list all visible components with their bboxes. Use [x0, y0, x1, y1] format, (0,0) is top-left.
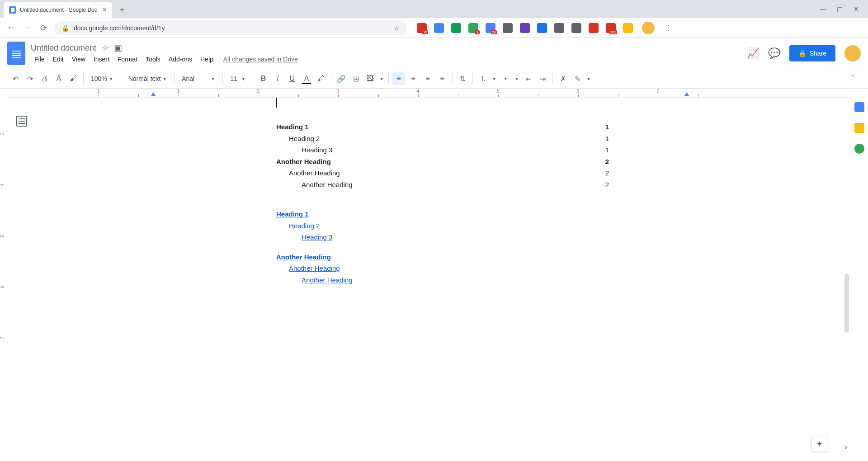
extension-icon[interactable]	[503, 23, 513, 33]
extension-icon[interactable]	[554, 23, 564, 33]
editing-mode-button[interactable]: ✎	[571, 72, 584, 85]
extension-icon[interactable]: 1	[468, 23, 478, 33]
collapse-toolbar-button[interactable]: ˆ	[846, 72, 859, 85]
maximize-icon[interactable]: ▢	[837, 5, 843, 13]
back-button[interactable]: ←	[5, 23, 16, 33]
horizontal-ruler[interactable]: 11234567	[8, 89, 851, 98]
toc-link-entry[interactable]: Heading 3	[276, 231, 609, 243]
menu-edit[interactable]: Edit	[49, 55, 67, 64]
undo-button[interactable]: ↶	[9, 72, 22, 85]
toc-link-text[interactable]: Another Heading	[302, 274, 353, 286]
menu-view[interactable]: View	[68, 55, 89, 64]
save-status[interactable]: All changes saved in Drive	[223, 56, 298, 63]
menu-help[interactable]: Help	[197, 55, 217, 64]
menu-add-ons[interactable]: Add-ons	[165, 55, 196, 64]
decrease-indent-button[interactable]: ⇤	[522, 72, 534, 85]
font-size-dropdown[interactable]: 11▼	[226, 72, 249, 85]
italic-button[interactable]: I	[271, 72, 284, 85]
extension-icon[interactable]	[520, 23, 530, 33]
insert-comment-button[interactable]: ⊞	[349, 72, 362, 85]
insert-link-button[interactable]: 🔗	[335, 72, 348, 85]
extension-icon[interactable]	[451, 23, 461, 33]
extension-icon[interactable]	[589, 23, 599, 33]
toc-entry[interactable]: Another Heading2	[276, 167, 609, 179]
calendar-addon-icon[interactable]	[854, 102, 864, 112]
clear-formatting-button[interactable]: ✗	[557, 72, 569, 85]
insert-image-button[interactable]: 🖼	[364, 72, 377, 85]
toc-link-text[interactable]: Another Heading	[276, 251, 331, 263]
tasks-addon-icon[interactable]	[854, 144, 864, 154]
toc-entry[interactable]: Heading 21	[276, 133, 609, 145]
underline-button[interactable]: U	[286, 72, 298, 85]
docs-logo-icon[interactable]	[7, 42, 25, 65]
bookmark-star-icon[interactable]: ☆	[394, 24, 400, 32]
extension-icon[interactable]: 231	[606, 23, 616, 33]
explore-button[interactable]: ✦	[811, 436, 827, 452]
toc-link-entry[interactable]: Heading 2	[276, 220, 609, 232]
page-scroll-area[interactable]: Heading 11Heading 21Heading 31Another He…	[35, 98, 850, 461]
toc-link-entry[interactable]: Heading 1	[276, 208, 609, 220]
vertical-ruler[interactable]: 34567	[0, 98, 8, 461]
move-document-icon[interactable]: ▣	[114, 43, 122, 53]
extension-icon[interactable]	[571, 23, 581, 33]
extension-icon[interactable]	[623, 23, 633, 33]
align-left-button[interactable]: ≡	[392, 72, 405, 85]
activity-icon[interactable]: 📈	[747, 47, 759, 59]
paint-format-button[interactable]: 🖌	[67, 72, 80, 85]
extension-icon[interactable]	[434, 23, 444, 33]
bulleted-list-button[interactable]: •	[499, 72, 512, 85]
image-options-arrow[interactable]: ▼	[378, 72, 385, 85]
text-color-button[interactable]: A	[300, 72, 313, 85]
expand-sidebar-icon[interactable]: ›	[844, 442, 847, 452]
forward-button[interactable]: →	[22, 23, 33, 33]
extension-icon[interactable]: 2d	[486, 23, 495, 33]
document-title[interactable]: Untitled document	[31, 43, 96, 53]
share-button[interactable]: 🔒 Share	[789, 45, 835, 61]
browser-tab[interactable]: Untitled document - Google Doc ×	[4, 2, 112, 18]
minimize-icon[interactable]: —	[820, 5, 826, 13]
align-center-button[interactable]: ≡	[407, 72, 420, 85]
paragraph-style-dropdown[interactable]: Normal text▼	[125, 72, 170, 85]
bulleted-list-arrow[interactable]: ▼	[514, 72, 520, 85]
toc-link-text[interactable]: Heading 2	[289, 220, 320, 232]
new-tab-button[interactable]: +	[116, 4, 128, 16]
vertical-scrollbar[interactable]	[844, 274, 849, 333]
address-bar[interactable]: 🔒 docs.google.com/document/d/1y ☆	[54, 21, 407, 35]
menu-insert[interactable]: Insert	[90, 55, 113, 64]
highlight-button[interactable]: 🖍	[315, 72, 327, 85]
extension-icon[interactable]	[537, 23, 547, 33]
document-outline-icon[interactable]	[16, 116, 27, 127]
increase-indent-button[interactable]: ⇥	[536, 72, 549, 85]
bold-button[interactable]: B	[257, 72, 269, 85]
document-page[interactable]: Heading 11Heading 21Heading 31Another He…	[226, 98, 660, 461]
reload-button[interactable]: ⟳	[38, 23, 49, 33]
toc-entry[interactable]: Heading 11	[276, 121, 609, 133]
font-dropdown[interactable]: Arial▼	[178, 72, 219, 85]
star-document-icon[interactable]: ☆	[102, 43, 109, 53]
toc-link-text[interactable]: Heading 3	[302, 231, 332, 243]
zoom-dropdown[interactable]: 100%▼	[87, 72, 117, 85]
user-avatar[interactable]	[844, 45, 861, 61]
comments-icon[interactable]: 💬	[768, 47, 780, 59]
line-spacing-button[interactable]: ⇅	[456, 72, 469, 85]
print-button[interactable]: 🖨	[38, 72, 51, 85]
numbered-list-arrow[interactable]: ▼	[491, 72, 497, 85]
align-right-button[interactable]: ≡	[421, 72, 434, 85]
menu-tools[interactable]: Tools	[142, 55, 164, 64]
menu-format[interactable]: Format	[114, 55, 141, 64]
right-indent-marker[interactable]	[684, 92, 689, 96]
redo-button[interactable]: ↷	[24, 72, 36, 85]
keep-addon-icon[interactable]	[854, 123, 864, 133]
toc-link-entry[interactable]: Another Heading	[276, 274, 609, 286]
chrome-menu-icon[interactable]: ⋮	[665, 24, 672, 32]
toc-link-entry[interactable]: Another Heading	[276, 251, 609, 263]
spellcheck-button[interactable]: Ă	[52, 72, 65, 85]
toc-link-text[interactable]: Another Heading	[289, 263, 340, 274]
extension-icon[interactable]: 15	[417, 23, 427, 33]
toc-entry[interactable]: Another Heading2	[276, 156, 609, 168]
chrome-profile-avatar[interactable]	[642, 22, 655, 34]
close-tab-icon[interactable]: ×	[103, 6, 107, 14]
numbered-list-button[interactable]: ⒈	[476, 72, 489, 85]
editing-mode-arrow[interactable]: ▼	[585, 72, 592, 85]
toc-link-entry[interactable]: Another Heading	[276, 263, 609, 274]
